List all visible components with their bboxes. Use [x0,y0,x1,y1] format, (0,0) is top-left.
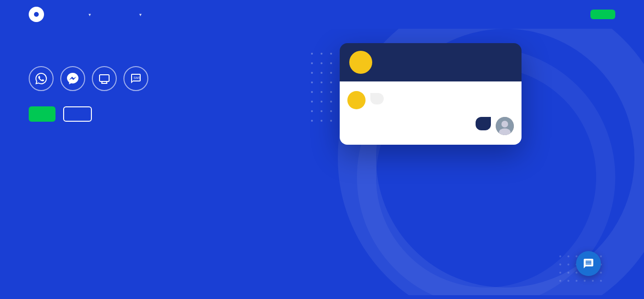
chat-brand-avatar [349,51,372,74]
bot-avatar [347,91,366,109]
chevron-down-icon: ▾ [89,12,91,17]
logo[interactable] [29,7,48,22]
bot-bubble [370,93,384,104]
bot-message-content [370,91,384,104]
chat-message-1 [347,91,514,109]
chat-reply-1 [347,117,514,135]
nav-links: ▾ ▾ [86,12,581,17]
chat-header [340,43,522,81]
svg-rect-0 [100,75,109,81]
nav-actions [581,10,615,19]
hero-right: const dg = document.querySelector('.dot-… [297,38,615,295]
chat-float-button[interactable] [576,251,601,276]
hero-channel-icons: SMS [29,66,297,91]
svg-text:SMS: SMS [133,76,141,80]
nav-products[interactable]: ▾ [86,12,91,17]
signup-button[interactable] [590,10,615,19]
book-demo-button[interactable] [63,106,92,122]
hero-buttons [29,106,297,122]
svg-point-6 [501,121,508,127]
webchat-icon [92,66,117,91]
nav-resources[interactable]: ▾ [137,12,142,17]
messenger-icon [60,66,85,91]
chat-body [340,81,522,145]
chat-window [340,43,522,145]
navbar: ▾ ▾ [0,0,644,29]
hero-left: SMS [29,38,297,295]
user-avatar [496,117,514,135]
logo-icon [29,7,44,22]
create-chatbot-button[interactable] [29,106,56,122]
chevron-down-icon-2: ▾ [139,12,142,17]
user-bubble [476,117,491,130]
hero-section: SMS const dg = document.querySelector('.… [0,29,644,295]
whatsapp-icon [29,66,54,91]
sms-icon: SMS [123,66,148,91]
